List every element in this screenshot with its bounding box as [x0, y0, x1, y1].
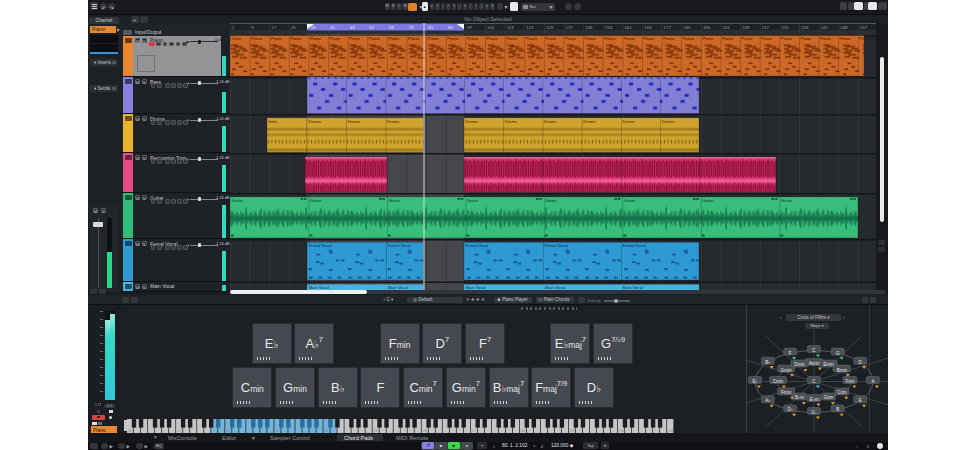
svg-text:137: 137 [566, 25, 574, 30]
svg-text:233: 233 [801, 25, 809, 30]
svg-text:Piano: Piano [800, 36, 811, 41]
svg-text:Piano: Piano [840, 36, 851, 41]
svg-text:Femal Vocal: Femal Vocal [309, 243, 332, 248]
svg-text:Piano: Piano [742, 36, 753, 41]
svg-text:C0: C0 [128, 429, 133, 433]
svg-text:Piano: Piano [330, 36, 341, 41]
svg-text:Intro: Intro [269, 119, 278, 124]
svg-text:Piano: Piano [349, 36, 360, 41]
svg-text:Gmin: Gmin [781, 368, 792, 373]
svg-text:Piano: Piano [859, 36, 870, 41]
svg-text:C2: C2 [226, 429, 231, 433]
svg-text:Piano: Piano [604, 36, 615, 41]
svg-text:C4: C4 [325, 429, 330, 433]
svg-text:257: 257 [860, 25, 868, 30]
svg-text:Guitar: Guitar [781, 198, 793, 203]
svg-text:Cmin: Cmin [773, 379, 784, 384]
svg-text:Piano: Piano [487, 36, 498, 41]
svg-text:Piano: Piano [761, 36, 772, 41]
svg-text:Piano: Piano [722, 36, 733, 41]
svg-text:Piano: Piano [310, 36, 321, 41]
svg-text:C9: C9 [570, 429, 575, 433]
svg-text:113: 113 [507, 25, 515, 30]
svg-text:Drums: Drums [662, 119, 674, 124]
svg-text:Cmin: Cmin [232, 36, 242, 41]
svg-text:B: B [836, 407, 839, 412]
svg-text:Drums: Drums [466, 119, 478, 124]
svg-text:C10: C10 [619, 429, 625, 433]
svg-text:Femal Vocal: Femal Vocal [623, 243, 646, 248]
svg-text:Piano: Piano [526, 36, 537, 41]
svg-text:Drums: Drums [309, 119, 321, 124]
svg-text:A♭: A♭ [765, 398, 770, 403]
svg-text:Piano: Piano [408, 36, 419, 41]
svg-text:G♯m: G♯m [824, 395, 834, 400]
svg-text:Guitar: Guitar [310, 198, 322, 203]
svg-text:Piano: Piano [506, 36, 517, 41]
svg-text:241: 241 [821, 25, 829, 30]
svg-text:41: 41 [330, 25, 335, 30]
svg-text:169: 169 [644, 25, 652, 30]
svg-text:153: 153 [605, 25, 613, 30]
svg-text:Bmin: Bmin [837, 368, 848, 373]
svg-text:Drums: Drums [544, 119, 556, 124]
svg-text:Femal Vocal: Femal Vocal [388, 243, 411, 248]
svg-text:C3: C3 [275, 429, 280, 433]
svg-text:Femal Vocal: Femal Vocal [466, 243, 489, 248]
svg-text:Guitar: Guitar [467, 198, 479, 203]
svg-text:E: E [859, 398, 862, 403]
svg-text:217: 217 [762, 25, 770, 30]
svg-text:Piano: Piano [271, 36, 282, 41]
svg-text:Piano: Piano [447, 36, 458, 41]
svg-text:25: 25 [291, 25, 296, 30]
svg-text:Piano: Piano [545, 36, 556, 41]
svg-text:249: 249 [840, 25, 848, 30]
svg-text:C♯m: C♯m [837, 390, 847, 395]
svg-text:225: 225 [781, 25, 789, 30]
svg-text:Piano: Piano [624, 36, 635, 41]
svg-text:B♭: B♭ [765, 360, 770, 365]
svg-text:Piano: Piano [585, 36, 596, 41]
svg-text:D♭: D♭ [787, 407, 792, 412]
svg-text:Piano: Piano [290, 36, 301, 41]
svg-text:Drums: Drums [623, 119, 635, 124]
svg-text:Piano: Piano [565, 36, 576, 41]
svg-text:Guitar: Guitar [702, 198, 714, 203]
svg-text:Piano: Piano [388, 36, 399, 41]
svg-text:C5: C5 [374, 429, 379, 433]
svg-text:Femal Vocal: Femal Vocal [545, 243, 568, 248]
svg-text:Piano: Piano [369, 36, 380, 41]
svg-text:65: 65 [389, 25, 394, 30]
svg-text:Drums: Drums [505, 119, 517, 124]
svg-text:Fmin: Fmin [781, 390, 792, 395]
svg-text:B♭m: B♭m [795, 395, 804, 400]
svg-text:Drums: Drums [348, 119, 360, 124]
svg-text:Drums: Drums [583, 119, 595, 124]
svg-text:89: 89 [448, 25, 453, 30]
svg-text:81: 81 [428, 25, 433, 30]
svg-text:121: 121 [526, 25, 534, 30]
svg-text:Piano: Piano [663, 36, 674, 41]
svg-text:Piano: Piano [644, 36, 655, 41]
svg-text:E♭m: E♭m [809, 397, 818, 402]
svg-text:33: 33 [311, 25, 316, 30]
svg-text:Guitar: Guitar [545, 198, 557, 203]
svg-text:Piano: Piano [428, 36, 439, 41]
svg-text:Guitar: Guitar [388, 198, 400, 203]
svg-text:97: 97 [467, 25, 472, 30]
svg-text:G: G [836, 351, 840, 356]
svg-text:129: 129 [546, 25, 554, 30]
svg-text:Emin: Emin [823, 362, 834, 367]
svg-text:Piano: Piano [781, 36, 792, 41]
svg-text:201: 201 [723, 25, 731, 30]
svg-text:C7: C7 [472, 429, 477, 433]
svg-text:Drums: Drums [387, 119, 399, 124]
svg-text:209: 209 [742, 25, 750, 30]
svg-text:161: 161 [624, 25, 632, 30]
svg-text:Piano: Piano [251, 36, 262, 41]
svg-text:Dmin: Dmin [794, 362, 805, 367]
svg-text:Piano: Piano [683, 36, 694, 41]
svg-text:F: F [789, 351, 792, 356]
svg-text:C8: C8 [521, 429, 526, 433]
svg-text:Guitar: Guitar [624, 198, 636, 203]
